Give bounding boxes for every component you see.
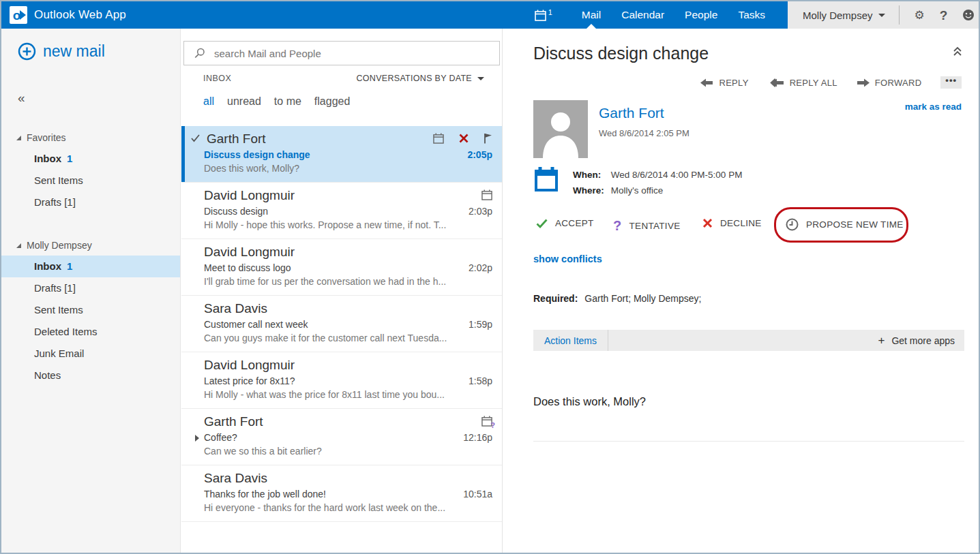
accept-check-icon [536, 219, 548, 228]
get-more-apps-label: Get more apps [891, 335, 955, 346]
help-icon[interactable]: ? [940, 9, 948, 22]
mail-item-david-meet-logo[interactable]: David Longmuir Meet to discuss logo 2:02… [181, 239, 502, 296]
delete-x-icon[interactable] [459, 134, 469, 143]
where-value: Molly's office [611, 185, 664, 196]
message-actions: REPLY REPLY ALL FORWARD ••• [700, 76, 962, 89]
sidebar-item-drafts-fav[interactable]: Drafts [1] [1, 191, 180, 213]
nav-mail[interactable]: Mail [571, 1, 611, 29]
mail-sender: Garth Fort [204, 131, 433, 147]
mail-time: 1:58p [469, 375, 492, 388]
outlook-logo-icon[interactable]: o [10, 6, 27, 24]
nav-tasks[interactable]: Tasks [728, 1, 775, 29]
sidebar-item-drafts[interactable]: Drafts [1] [1, 277, 180, 299]
meeting-calendar-icon [433, 133, 444, 144]
mail-item-garth-coffee[interactable]: Garth Fort ? [181, 409, 502, 465]
mail-subject: Discuss design change [204, 149, 467, 161]
mail-item-sara-customer-call[interactable]: Sara Davis Customer call next week 1:59p… [181, 296, 502, 352]
calendar-badge: 1 [548, 8, 552, 16]
reply-arrow-icon [700, 78, 713, 87]
plus-circle-icon [18, 42, 36, 61]
mail-time: 2:03p [469, 205, 492, 218]
show-conflicts-link[interactable]: show conflicts [533, 253, 602, 264]
sidebar-item-deleted[interactable]: Deleted Items [1, 321, 180, 343]
reply-all-label: REPLY ALL [790, 78, 837, 88]
where-row: Where: Molly's office [573, 183, 742, 198]
nav-calendar[interactable]: Calendar [611, 1, 674, 29]
mailbox-header[interactable]: Molly Dempsey [1, 235, 180, 256]
sender-avatar [533, 100, 588, 158]
collapse-message-icon[interactable] [953, 46, 962, 57]
tentative-calendar-icon: ? [481, 416, 492, 427]
settings-gear-icon[interactable]: ⚙ [915, 10, 925, 21]
search-box[interactable] [183, 41, 500, 65]
filter-all[interactable]: all [203, 95, 214, 108]
new-mail-button[interactable]: new mail [18, 42, 180, 61]
filter-to-me[interactable]: to me [274, 95, 301, 108]
mail-time: 2:02p [469, 262, 492, 275]
reading-pane: Discuss design change REPLY REPLY ALL [503, 29, 979, 553]
message-title: Discuss design change [533, 44, 709, 63]
folder-label: Notes [34, 369, 61, 381]
flag-icon[interactable] [484, 133, 492, 144]
mail-subject: Discuss design [204, 205, 469, 218]
collapse-sidebar-icon[interactable]: « [18, 91, 34, 106]
mail-item-david-latest-price[interactable]: David Longmuir Latest price for 8x11? 1:… [181, 352, 502, 409]
mail-item-garth-discuss-design-change[interactable]: Garth Fort [181, 126, 502, 183]
sidebar-item-notes[interactable]: Notes [1, 365, 180, 386]
mail-subject: Latest price for 8x11? [204, 375, 469, 388]
unread-badge: 1 [67, 153, 72, 164]
reply-button[interactable]: REPLY [700, 78, 748, 88]
topbar-divider [899, 5, 900, 25]
sidebar-item-sent[interactable]: Sent Items [1, 299, 180, 321]
search-icon [194, 47, 206, 59]
mail-preview: Hi Molly - what was the price for 8x11 l… [204, 388, 492, 401]
sender-name-link[interactable]: Garth Fort [599, 105, 664, 121]
propose-label: PROPOSE NEW TIME [806, 219, 904, 230]
feedback-smiley-icon[interactable] [962, 9, 975, 21]
sidebar-item-junk[interactable]: Junk Email [1, 343, 180, 365]
filter-tabs: all unread to me flagged [203, 95, 350, 108]
sort-dropdown[interactable]: CONVERSATIONS BY DATE [356, 74, 484, 83]
mark-as-read-link[interactable]: mark as read [905, 102, 962, 112]
filter-flagged[interactable]: flagged [314, 95, 351, 108]
tentative-button[interactable]: ? TENTATIVE [613, 218, 680, 234]
mail-sender: David Longmuir [204, 187, 481, 204]
filter-unread[interactable]: unread [227, 95, 261, 108]
sidebar-item-inbox-fav[interactable]: Inbox1 [1, 148, 180, 170]
reply-all-button[interactable]: REPLY ALL [768, 78, 837, 88]
nav-people[interactable]: People [674, 1, 728, 29]
favorites-header[interactable]: Favorites [1, 127, 180, 148]
mail-preview: Hi everyone - thanks for the hard work l… [204, 502, 492, 514]
sidebar-item-inbox[interactable]: Inbox1 [1, 256, 180, 277]
selected-check-icon [191, 134, 200, 142]
mail-time: 10:51a [463, 488, 492, 501]
calendar-icon [535, 10, 546, 21]
mail-time: 1:59p [469, 318, 492, 331]
favorites-section: Favorites Inbox1 Sent Items Drafts [1] [1, 127, 180, 213]
forward-button[interactable]: FORWARD [857, 78, 922, 88]
more-actions-button[interactable]: ••• [940, 76, 962, 89]
apps-bar-divider [608, 330, 608, 351]
action-items-tab[interactable]: Action Items [533, 335, 608, 346]
when-value: Wed 8/6/2014 4:00 PM-5:00 PM [611, 170, 743, 180]
propose-new-time-button[interactable]: PROPOSE NEW TIME [786, 218, 904, 231]
account-menu[interactable]: Molly Dempsey [803, 10, 885, 21]
accept-button[interactable]: ACCEPT [536, 218, 594, 228]
mail-time: 12:16p [463, 431, 492, 444]
apps-bar: Action Items + Get more apps [533, 330, 964, 351]
search-input[interactable] [214, 48, 499, 59]
mail-time: 2:05p [467, 149, 492, 161]
list-header: INBOX CONVERSATIONS BY DATE [203, 74, 484, 83]
get-more-apps-button[interactable]: + Get more apps [878, 335, 964, 346]
mail-item-sara-thanks[interactable]: Sara Davis Thanks for the job well done!… [181, 465, 502, 522]
expand-conversation-icon[interactable] [195, 435, 199, 442]
sidebar-item-sent-fav[interactable]: Sent Items [1, 170, 180, 191]
mail-subject: Meet to discuss logo [204, 262, 469, 275]
top-bar: o Outlook Web App 1 Mail Calendar People… [1, 1, 979, 29]
calendar-reminder-button[interactable]: 1 [535, 10, 552, 21]
chevron-down-icon [477, 77, 484, 80]
when-label: When: [573, 167, 608, 183]
mail-item-david-discuss-design[interactable]: David Longmuir Discuss design 2:03p H [181, 183, 502, 239]
meeting-calendar-icon [481, 189, 492, 200]
decline-button[interactable]: DECLINE [702, 218, 762, 228]
